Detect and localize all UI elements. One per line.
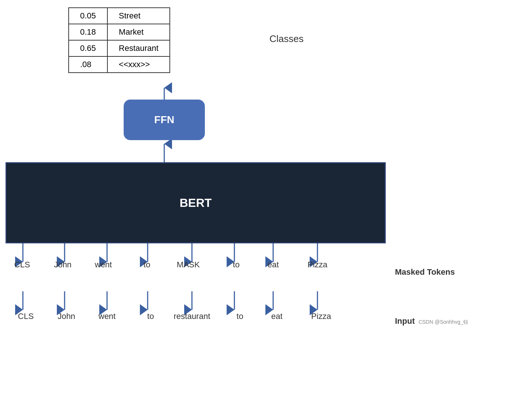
input-token: to	[221, 312, 258, 321]
table-class: <<xxx>>	[107, 56, 170, 73]
input-token: Pizza	[303, 312, 340, 321]
bert-label: BERT	[179, 196, 212, 210]
ffn-label: FFN	[154, 114, 174, 126]
table-score: .08	[69, 56, 107, 73]
table-class: Market	[107, 24, 170, 40]
classes-table: 0.05Street0.18Market0.65Restaurant.08<<x…	[68, 7, 170, 73]
input-token: to	[132, 312, 169, 321]
masked-token: John	[48, 260, 78, 270]
masked-tokens-title: Masked Tokens	[395, 267, 455, 277]
input-token: restaurant	[173, 312, 210, 321]
masked-token: to	[132, 260, 162, 270]
table-score: 0.18	[69, 24, 107, 40]
input-token: CLS	[7, 312, 44, 321]
table-score: 0.65	[69, 40, 107, 56]
ffn-box: FFN	[124, 100, 205, 140]
masked-token: eat	[258, 260, 288, 270]
input-token: John	[48, 312, 85, 321]
masked-token: CLS	[7, 260, 37, 270]
watermark-text: CSDN @Sonhhvg_钰	[419, 319, 468, 325]
masked-token: to	[221, 260, 251, 270]
diagram-container: 0.05Street0.18Market0.65Restaurant.08<<x…	[0, 0, 526, 420]
input-title: Input CSDN @Sonhhvg_钰	[395, 316, 468, 326]
table-class: Street	[107, 8, 170, 24]
masked-token: MASK	[173, 260, 203, 270]
table-score: 0.05	[69, 8, 107, 24]
masked-token: went	[89, 260, 118, 270]
bert-box: BERT	[6, 162, 386, 243]
masked-token: Pizza	[303, 260, 332, 270]
input-token: eat	[258, 312, 295, 321]
input-token: went	[89, 312, 126, 321]
classes-label: Classes	[269, 33, 303, 45]
table-class: Restaurant	[107, 40, 170, 56]
